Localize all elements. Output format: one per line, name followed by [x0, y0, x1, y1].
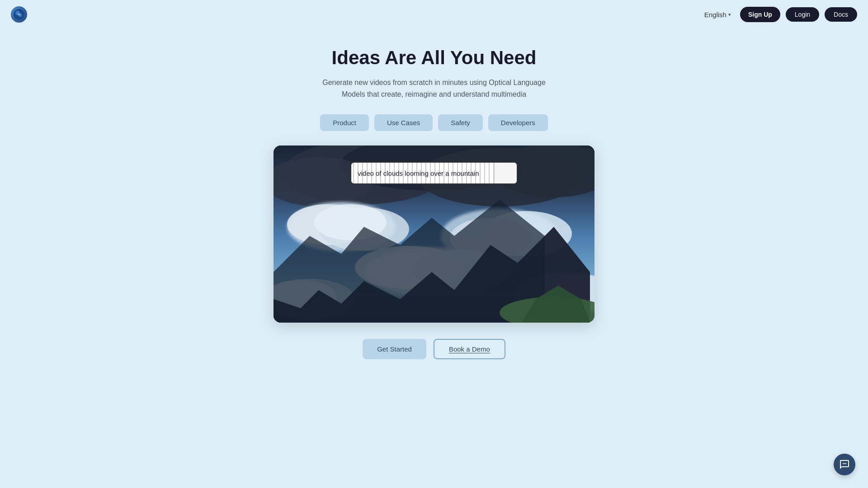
docs-button[interactable]: Docs: [825, 7, 857, 22]
nav-tabs: Product Use Cases Safety Developers: [320, 114, 547, 131]
chat-icon: [839, 459, 850, 470]
main-content: Ideas Are All You Need Generate new vide…: [0, 29, 868, 359]
language-selector[interactable]: English ▾: [701, 8, 735, 21]
cta-buttons: Get Started Book a Demo: [363, 339, 505, 359]
tab-use-cases[interactable]: Use Cases: [374, 114, 433, 131]
chevron-down-icon: ▾: [728, 12, 731, 18]
tab-safety[interactable]: Safety: [438, 114, 483, 131]
book-demo-button[interactable]: Book a Demo: [434, 339, 505, 359]
hero-title: Ideas Are All You Need: [332, 47, 537, 69]
prompt-text: video of clouds looming over a mountain: [351, 164, 494, 183]
video-container: video of clouds looming over a mountain: [274, 145, 594, 323]
navbar: English ▾ Sign Up Login Docs: [0, 0, 868, 29]
get-started-button[interactable]: Get Started: [363, 339, 426, 359]
prompt-box[interactable]: video of clouds looming over a mountain: [350, 162, 518, 184]
svg-point-28: [843, 463, 844, 464]
language-label: English: [704, 11, 726, 19]
prompt-cursor-area: [494, 163, 517, 183]
svg-point-3: [18, 14, 20, 15]
sign-up-button[interactable]: Sign Up: [740, 7, 780, 22]
prompt-overlay: video of clouds looming over a mountain: [350, 162, 518, 184]
chat-support-button[interactable]: [834, 454, 855, 475]
hero-subtitle: Generate new videos from scratch in minu…: [316, 77, 552, 100]
tab-developers[interactable]: Developers: [488, 114, 548, 131]
tab-product[interactable]: Product: [320, 114, 369, 131]
login-button[interactable]: Login: [786, 7, 819, 22]
svg-point-29: [844, 463, 845, 464]
nav-right: English ▾ Sign Up Login Docs: [701, 7, 857, 22]
logo-icon[interactable]: [11, 6, 27, 23]
svg-point-30: [845, 463, 846, 464]
